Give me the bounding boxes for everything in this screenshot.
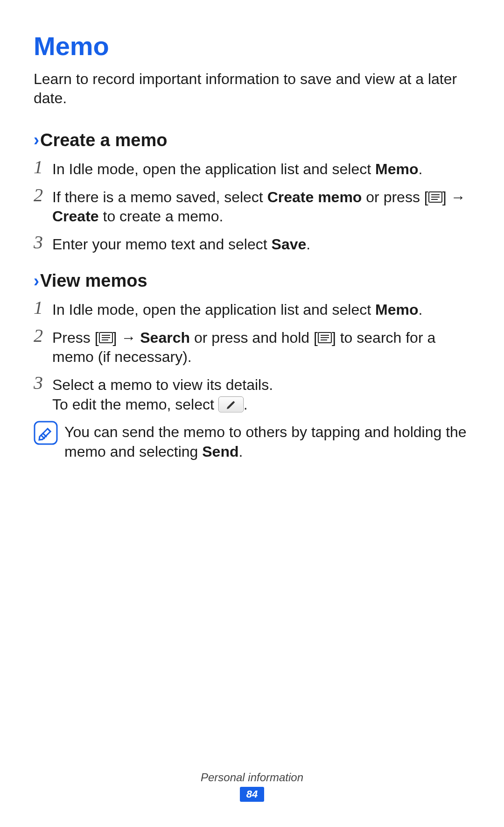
step-body: Select a memo to view its details. To ed… [52, 374, 470, 414]
svg-line-16 [43, 433, 46, 437]
menu-icon [318, 332, 332, 343]
chevron-icon: › [34, 130, 39, 150]
step-number: 3 [34, 374, 52, 392]
step-item: 2 If there is a memo saved, select Creat… [34, 186, 470, 226]
step-item: 1 In Idle mode, open the application lis… [34, 298, 470, 320]
intro-text: Learn to record important information to… [34, 70, 470, 108]
step-number: 1 [34, 158, 52, 177]
step-body: In Idle mode, open the application list … [52, 158, 470, 179]
page-title: Memo [34, 31, 470, 61]
step-number: 3 [34, 233, 52, 252]
svg-line-14 [48, 429, 50, 431]
chevron-icon: › [34, 271, 39, 291]
menu-icon [428, 191, 442, 203]
manual-page: Memo Learn to record important informati… [0, 0, 504, 827]
page-footer: Personal information 84 [0, 771, 504, 802]
menu-icon [99, 332, 113, 343]
step-body: If there is a memo saved, select Create … [52, 186, 470, 226]
page-number-badge: 84 [240, 787, 264, 802]
step-body: In Idle mode, open the application list … [52, 298, 470, 320]
step-number: 1 [34, 298, 52, 317]
section-heading-create: › Create a memo [34, 130, 470, 150]
edit-icon [218, 396, 244, 412]
note-text: You can send the memo to others by tappi… [64, 421, 470, 461]
step-body: Press [] → Search or press and hold [] t… [52, 326, 470, 367]
steps-view: 1 In Idle mode, open the application lis… [34, 298, 470, 414]
section-heading-view: › View memos [34, 271, 470, 291]
note: You can send the memo to others by tappi… [34, 421, 470, 461]
svg-rect-13 [35, 422, 57, 444]
step-item: 2 Press [] → Search or press and hold []… [34, 326, 470, 367]
step-body: Enter your memo text and select Save. [52, 233, 470, 254]
section-heading-label: View memos [40, 271, 147, 291]
svg-line-15 [41, 435, 44, 438]
step-item: 3 Enter your memo text and select Save. [34, 233, 470, 254]
step-number: 2 [34, 326, 52, 345]
steps-create: 1 In Idle mode, open the application lis… [34, 158, 470, 254]
footer-section-name: Personal information [0, 771, 504, 784]
section-heading-label: Create a memo [40, 130, 167, 150]
step-item: 1 In Idle mode, open the application lis… [34, 158, 470, 179]
step-item: 3 Select a memo to view its details. To … [34, 374, 470, 414]
step-number: 2 [34, 186, 52, 205]
note-icon [34, 421, 58, 445]
